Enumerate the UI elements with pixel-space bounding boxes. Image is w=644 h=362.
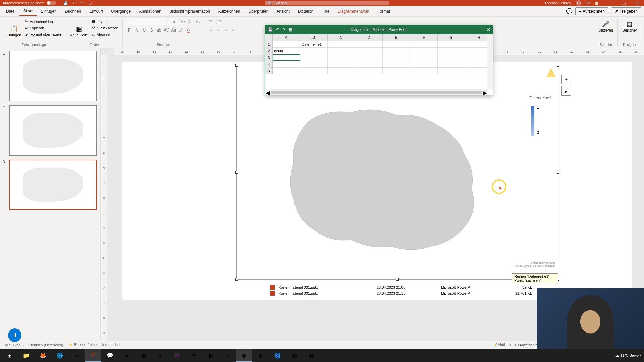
row-header[interactable]: 2 [265, 48, 273, 54]
scrollbar-horizontal[interactable]: ◀ ▶ [265, 89, 487, 95]
powerpoint-icon[interactable]: P [85, 349, 101, 362]
cell[interactable] [383, 48, 410, 54]
cell[interactable] [438, 61, 465, 67]
row-header[interactable]: 3 [265, 54, 273, 61]
edge-icon[interactable]: 🌀 [270, 349, 286, 362]
chart-legend[interactable]: Datenreihe1 1 0 [530, 96, 551, 137]
excel-close-button[interactable]: ✕ [487, 27, 491, 32]
tab-bildschirmpraesentation[interactable]: Bildschirmpräsentation [165, 7, 214, 16]
tab-uebergaenge[interactable]: Übergänge [107, 7, 135, 16]
resize-handle[interactable] [557, 64, 559, 67]
bold-button[interactable]: F [126, 27, 133, 34]
excel-data-editor[interactable]: 💾 ↶ ↷ ▦ Diagramm in Microsoft PowerPoint… [265, 25, 493, 95]
tab-animationen[interactable]: Animationen [135, 7, 165, 16]
col-header[interactable]: B [300, 34, 328, 41]
app-icon[interactable]: ○ [219, 349, 235, 362]
scroll-right-icon[interactable]: ▶ [483, 89, 487, 95]
app-icon[interactable]: 💬 [102, 349, 118, 362]
layout-button[interactable]: ▦ Layout [91, 19, 120, 24]
resize-handle[interactable] [396, 278, 399, 281]
cell[interactable] [355, 54, 383, 61]
cell[interactable] [328, 61, 355, 67]
excel-row[interactable]: 2 berlin [265, 48, 493, 54]
excel-table-icon[interactable]: ▦ [289, 27, 292, 32]
app-icon[interactable]: ▦ [303, 349, 319, 362]
excel-row[interactable]: 5 [265, 68, 493, 74]
chart-elements-button[interactable]: ＋ [561, 75, 571, 84]
notes-button[interactable]: 📝 Notizen [493, 343, 511, 347]
app-icon[interactable]: ● [152, 349, 168, 362]
col-header[interactable]: D [355, 34, 383, 41]
chart-object[interactable]: ! Diagrammtitel ➤ Datenreihe1 1 [236, 65, 558, 280]
clear-format-icon[interactable]: Aₐ [195, 19, 201, 25]
italic-button[interactable]: K [133, 27, 140, 34]
col-header[interactable]: A [273, 34, 300, 41]
file-explorer-icon[interactable]: 📁 [18, 349, 34, 362]
cell[interactable] [300, 48, 328, 54]
strike-button[interactable]: S [148, 27, 155, 34]
warning-icon[interactable]: ! [546, 67, 556, 77]
user-avatar[interactable]: TH [576, 0, 581, 6]
cell[interactable] [273, 68, 300, 74]
new-slide-button[interactable]: ▦ Neue Folie [69, 19, 89, 43]
copy-button[interactable]: ⧉ Kopieren [24, 25, 62, 31]
share-button[interactable]: ↗ Freigeben [611, 7, 641, 15]
close-button[interactable]: ✕ [631, 0, 644, 6]
cell[interactable] [300, 68, 328, 74]
excel-save-icon[interactable]: 💾 [268, 27, 273, 32]
slide-thumb-1[interactable]: 1 [3, 51, 98, 101]
highlight-button[interactable]: 🖍 [178, 27, 184, 34]
row-header[interactable]: 4 [265, 61, 273, 67]
search-input[interactable]: 🔍 Suchen [265, 1, 389, 5]
col-header[interactable]: F [410, 34, 438, 41]
autosave-toggle[interactable]: Automatisches Speichern [3, 1, 56, 5]
cell[interactable] [383, 41, 410, 47]
tab-start[interactable]: Start [19, 7, 37, 16]
slide-canvas[interactable]: ! Diagrammtitel ➤ Datenreihe1 1 [122, 62, 632, 300]
excel-row[interactable]: 4 [265, 61, 493, 68]
cell[interactable] [438, 68, 465, 74]
designer-button[interactable]: ▦ Designer [621, 19, 638, 34]
spacing-button[interactable]: AV [163, 27, 170, 34]
row-header[interactable]: 5 [265, 68, 273, 74]
section-button[interactable]: ▭ Abschnitt [91, 32, 120, 37]
obs-icon[interactable]: ◉ [236, 349, 252, 362]
slide-counter[interactable]: Folie 3 von 3 [3, 343, 24, 347]
underline-button[interactable]: U [141, 27, 148, 34]
col-header[interactable]: G [438, 34, 465, 41]
outlook-icon[interactable]: ✉ [68, 349, 85, 362]
resize-handle[interactable] [235, 64, 238, 67]
chart-styles-button[interactable]: 🖌 [561, 86, 571, 96]
tab-hilfe[interactable]: Hilfe [317, 7, 333, 16]
excel-titlebar[interactable]: 💾 ↶ ↷ ▦ Diagramm in Microsoft PowerPoint… [265, 25, 493, 34]
vlc-icon[interactable]: ▲ [119, 349, 135, 362]
comments-icon[interactable]: 💬 [566, 8, 573, 14]
username[interactable]: Thomas Hruska [544, 1, 571, 5]
align-center-button[interactable]: ≡ [215, 27, 222, 34]
record-button[interactable]: ● Aufzeichnen [575, 7, 608, 15]
cell[interactable] [328, 48, 355, 54]
col-header[interactable]: C [328, 34, 355, 41]
tab-aufzeichnen[interactable]: Aufzeichnen [214, 7, 244, 16]
align-right-button[interactable]: ≡ [222, 27, 229, 34]
excel-row[interactable]: 3 [265, 54, 493, 61]
tab-ansicht[interactable]: Ansicht [272, 7, 293, 16]
excel-grid[interactable]: A B C D E F G H 1 Datenreihe1 2 berlin [265, 34, 493, 74]
paste-button[interactable]: 📋 Einfügen [5, 19, 22, 43]
maximize-button[interactable]: ▢ [617, 0, 631, 6]
select-all-corner[interactable] [265, 34, 273, 41]
cell[interactable] [438, 41, 465, 47]
format-painter-button[interactable]: 🖌 Format übertragen [24, 32, 62, 37]
shadow-button[interactable]: ab [156, 27, 162, 34]
tab-entwurf[interactable]: Entwurf [85, 7, 107, 16]
present-icon[interactable]: ▢ [88, 1, 92, 5]
onenote-icon[interactable]: N [169, 349, 185, 362]
undo-icon[interactable]: ↶ [73, 1, 76, 5]
cell[interactable] [438, 48, 465, 54]
redo-icon[interactable]: ↷ [80, 1, 84, 5]
dictate-button[interactable]: 🎤 Diktieren [597, 19, 614, 34]
cell[interactable]: berlin [273, 48, 300, 54]
weather-widget[interactable]: ☁ 11°C Bewölk [615, 353, 641, 358]
resize-handle[interactable] [235, 278, 238, 281]
cell[interactable] [410, 68, 438, 74]
